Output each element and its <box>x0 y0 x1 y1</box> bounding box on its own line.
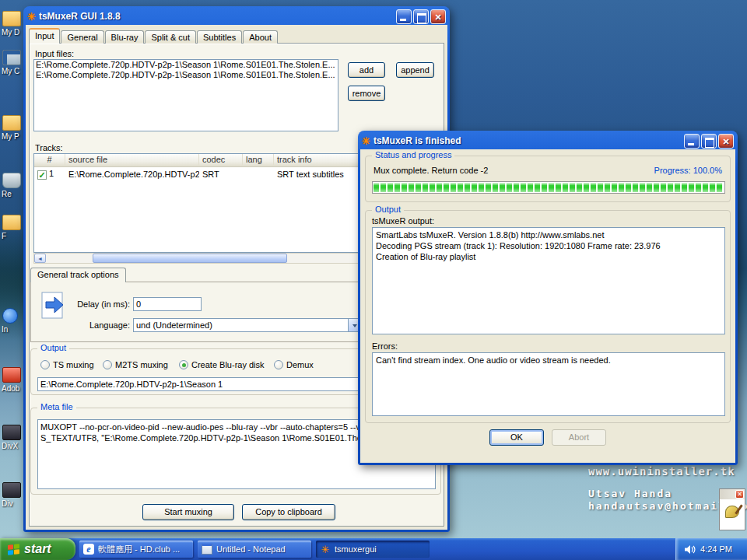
radio-demux[interactable]: Demux <box>274 360 314 369</box>
tab-subtitles[interactable]: Subtitles <box>197 30 242 44</box>
wallpaper-credit: www.uwininstaller.tk Utsav Handa handaut… <box>588 465 722 513</box>
col-codec[interactable]: codec <box>199 154 243 166</box>
adobe-icon <box>2 367 21 383</box>
mini-window[interactable] <box>719 488 745 530</box>
main-titlebar[interactable]: ✳ tsMuxeR GUI 1.8.8 <box>26 8 447 25</box>
folder-icon <box>2 115 21 131</box>
taskbar: start 軟體應用 - HD.club ... Untitled - Note… <box>0 538 747 560</box>
close-icon[interactable] <box>735 490 744 499</box>
start-button[interactable]: start <box>0 538 75 560</box>
desktop-icon-my-documents[interactable]: My D <box>2 11 25 37</box>
close-button[interactable] <box>718 134 734 149</box>
add-button[interactable]: add <box>348 62 385 78</box>
errors-textarea[interactable]: Can't find stream index. One audio or vi… <box>372 352 725 416</box>
input-file-item[interactable]: E:\Rome.Complete.720p.HDTV-p2p-1\Season … <box>34 70 338 80</box>
dialog-title: tsMuxeR is finished <box>374 135 681 146</box>
output-group-label: Output <box>37 343 69 352</box>
delay-input[interactable]: 0 <box>133 297 202 311</box>
volume-icon[interactable] <box>684 544 696 555</box>
desktop-icon-internet[interactable]: In <box>2 308 25 334</box>
dialog-output-group-label: Output <box>372 205 404 214</box>
desktop-icon-label: In <box>2 325 25 334</box>
radio-icon <box>274 360 283 369</box>
tsmuxer-output-textarea[interactable]: SmartLabs tsMuxeR. Version 1.8.8(b) http… <box>372 227 725 334</box>
minimize-button[interactable] <box>684 134 700 149</box>
general-track-options-tab[interactable]: General track options <box>30 268 126 282</box>
maximize-button[interactable] <box>701 134 717 149</box>
copy-to-clipboard-button[interactable]: Copy to clipboard <box>242 504 335 520</box>
desktop-icon-my-computer[interactable]: My C <box>2 50 25 75</box>
task-label: tsmuxergui <box>335 544 377 554</box>
desktop-icon-div[interactable]: Div <box>2 482 25 508</box>
col-source-file[interactable]: source file <box>65 154 199 166</box>
meta-file-group-label: Meta file <box>37 402 76 411</box>
desktop-icon-label: My D <box>2 28 25 37</box>
abort-button[interactable]: Abort <box>552 429 606 446</box>
credit-email: handautsav@hotmail.co <box>588 500 632 513</box>
desktop-icon-my-pictures[interactable]: My P <box>2 115 25 141</box>
tsmuxer-icon <box>320 544 331 555</box>
radio-label: TS muxing <box>53 360 94 369</box>
progress-bar-fill <box>374 183 724 192</box>
main-window-title: tsMuxeR GUI 1.8.8 <box>39 11 393 22</box>
language-label: Language: <box>71 320 130 330</box>
desktop-icon-folder[interactable]: F <box>2 215 25 240</box>
radio-label: Demux <box>286 360 314 369</box>
tracks-label: Tracks: <box>35 143 63 152</box>
tab-general[interactable]: General <box>61 30 103 44</box>
radio-m2ts-muxing[interactable]: M2TS muxing <box>103 360 168 369</box>
desktop-icon-divx[interactable]: DivX <box>2 425 25 450</box>
tab-input[interactable]: Input <box>29 28 60 44</box>
taskbar-task-tsmuxergui[interactable]: tsmuxergui <box>316 541 430 558</box>
maximize-button[interactable] <box>413 9 429 24</box>
desktop-icon-label: My C <box>2 67 25 75</box>
output-line: SmartLabs tsMuxeR. Version 1.8.8(b) http… <box>376 229 721 240</box>
desktop-icon-adobe[interactable]: Adob <box>2 367 25 393</box>
notepad-icon <box>202 544 212 555</box>
tsmuxer-output-label: tsMuxeR output: <box>372 216 434 226</box>
radio-label: Create Blu-ray disk <box>191 360 265 369</box>
remove-button[interactable]: remove <box>348 86 385 101</box>
track-checkbox[interactable] <box>37 170 47 180</box>
status-progress-group: Status and progress Mux complete. Return… <box>365 156 731 202</box>
desktop-icon-label: Div <box>2 499 25 508</box>
taskbar-task-browser[interactable]: 軟體應用 - HD.club ... <box>79 541 193 558</box>
dialog-titlebar[interactable]: ✳ tsMuxeR is finished <box>360 132 735 149</box>
track-codec: SRT <box>199 170 243 179</box>
col-lang[interactable]: lang <box>243 154 274 166</box>
radio-selected-icon <box>179 360 188 369</box>
desktop-icon-recycle-bin[interactable]: Re <box>2 173 25 198</box>
input-files-label: Input files: <box>35 49 74 58</box>
tab-split-cut[interactable]: Split & cut <box>145 30 196 44</box>
start-muxing-button[interactable]: Start muxing <box>142 504 234 520</box>
desktop-icon-label: Re <box>2 190 25 198</box>
recycle-bin-icon <box>2 173 21 188</box>
radio-ts-muxing[interactable]: TS muxing <box>40 360 94 369</box>
output-line: Creation of Blu-ray playlist <box>376 251 721 262</box>
progress-text: Progress: 100.0% <box>654 166 722 175</box>
language-combobox[interactable]: und (Undetermined) <box>133 318 362 332</box>
radio-label: M2TS muxing <box>115 360 168 369</box>
scroll-thumb[interactable] <box>93 254 287 263</box>
input-file-item[interactable]: E:\Rome.Complete.720p.HDTV-p2p-1\Season … <box>34 60 338 70</box>
col-num[interactable]: # <box>34 154 65 166</box>
minimize-button[interactable] <box>396 9 412 24</box>
input-files-listbox[interactable]: E:\Rome.Complete.720p.HDTV-p2p-1\Season … <box>33 59 338 131</box>
task-label: 軟體應用 - HD.club ... <box>98 544 180 555</box>
tab-bluray[interactable]: Blu-ray <box>105 30 145 44</box>
ok-button[interactable]: OK <box>489 429 544 446</box>
status-group-label: Status and progress <box>372 150 454 159</box>
scroll-left-arrow-icon[interactable] <box>34 254 46 263</box>
output-line: Decoding PGS stream (track 1): Resolutio… <box>376 240 721 251</box>
desktop-icon-label: DivX <box>2 442 25 450</box>
close-button[interactable] <box>430 9 446 24</box>
tab-about[interactable]: About <box>243 30 278 44</box>
tsmuxer-app-icon: ✳ <box>27 12 36 22</box>
radio-create-bluray[interactable]: Create Blu-ray disk <box>179 360 265 369</box>
computer-icon <box>2 50 21 65</box>
taskbar-task-notepad[interactable]: Untitled - Notepad <box>198 541 311 558</box>
folder-icon <box>2 11 21 26</box>
globe-icon <box>2 308 18 324</box>
progress-bar <box>372 181 725 194</box>
append-button[interactable]: append <box>396 62 434 78</box>
